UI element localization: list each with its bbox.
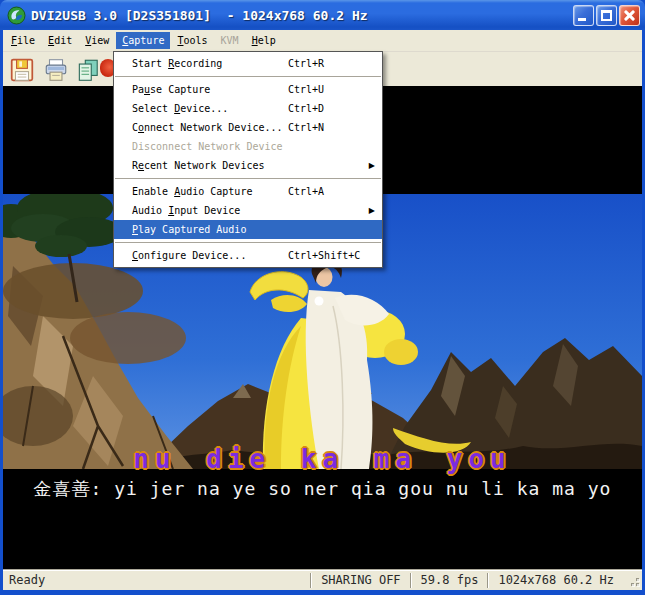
menu-item-audio-input-device[interactable]: Audio Input Device ▶ (114, 201, 382, 220)
menu-item-help[interactable]: Help (246, 32, 282, 49)
menu-separator (115, 76, 381, 77)
karaoke-line-1: nu die ka ma you (3, 444, 642, 474)
menu-item-pause-capture[interactable]: Pause Capture Ctrl+U (114, 80, 382, 99)
menu-item-start-recording[interactable]: Start Recording Ctrl+R (114, 54, 382, 73)
menu-item-enable-audio-capture[interactable]: Enable Audio Capture Ctrl+A (114, 182, 382, 201)
maximize-icon (601, 10, 612, 21)
save-button[interactable] (7, 56, 37, 84)
status-fps: 59.8 fps (412, 573, 488, 587)
capture-menu: Start Recording Ctrl+R Pause Capture Ctr… (113, 51, 383, 268)
menu-item-tools[interactable]: Tools (171, 32, 213, 49)
menu-separator (115, 242, 381, 243)
copy-icon (75, 57, 101, 83)
menu-item-capture[interactable]: Capture (116, 32, 170, 49)
submenu-arrow-icon: ▶ (369, 201, 375, 220)
menu-item-kvm: KVM (215, 32, 245, 49)
menu-item-edit[interactable]: Edit (42, 32, 78, 49)
minimize-button[interactable] (573, 5, 594, 26)
app-logo-icon (7, 6, 26, 25)
menu-item-play-captured-audio[interactable]: Play Captured Audio (114, 220, 382, 239)
status-bar: Ready SHARING OFF 59.8 fps 1024x768 60.2… (3, 569, 642, 590)
menu-item-view[interactable]: View (79, 32, 115, 49)
menu-bar: File Edit View Capture Tools KVM Help (3, 30, 642, 52)
status-ready: Ready (3, 573, 310, 587)
menu-item-connect-network-device[interactable]: Connect Network Device... Ctrl+N (114, 118, 382, 137)
copy-button[interactable] (73, 56, 103, 84)
menu-item-file[interactable]: File (5, 32, 41, 49)
print-icon (43, 57, 69, 83)
minimize-icon (578, 18, 586, 21)
menu-separator (115, 178, 381, 179)
app-window: DVI2USB 3.0 [D2S351801] - 1024x768 60.2 … (0, 0, 645, 595)
menu-item-disconnect-network-device: Disconnect Network Device (114, 137, 382, 156)
karaoke-line-2: 金喜善: yi jer na ye so ner qia gou nu li k… (3, 477, 642, 501)
maximize-button[interactable] (596, 5, 617, 26)
menu-item-recent-network-devices[interactable]: Recent Network Devices ▶ (114, 156, 382, 175)
status-sharing: SHARING OFF (312, 573, 409, 587)
menu-item-select-device[interactable]: Select Device... Ctrl+D (114, 99, 382, 118)
submenu-arrow-icon: ▶ (369, 156, 375, 175)
menu-item-configure-device[interactable]: Configure Device... Ctrl+Shift+C (114, 246, 382, 265)
title-bar[interactable]: DVI2USB 3.0 [D2S351801] - 1024x768 60.2 … (0, 0, 645, 30)
print-button[interactable] (41, 56, 71, 84)
close-button[interactable] (619, 5, 640, 26)
resize-grip[interactable] (625, 572, 641, 588)
save-icon (9, 57, 35, 83)
window-title: DVI2USB 3.0 [D2S351801] - 1024x768 60.2 … (31, 8, 368, 23)
status-resolution: 1024x768 60.2 Hz (489, 573, 623, 587)
